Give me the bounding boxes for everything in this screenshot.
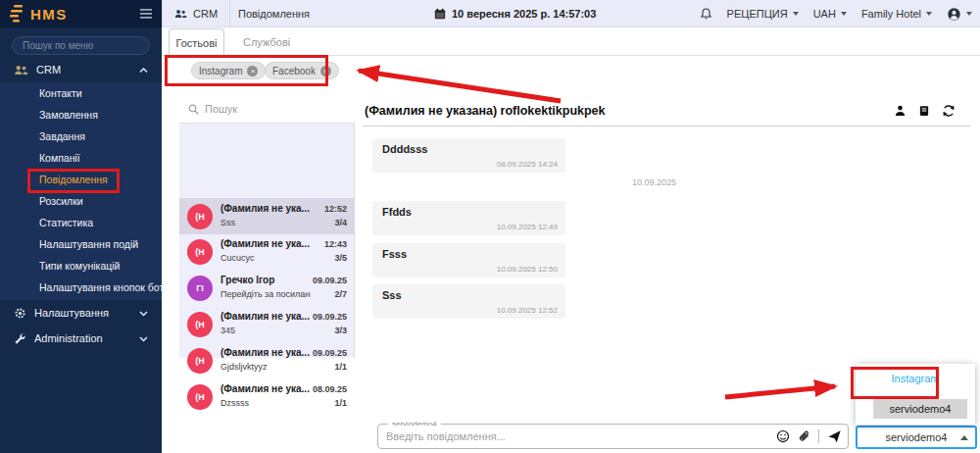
sidebar-section-administration-label: Administration [34, 332, 103, 344]
filter-chip-instagram[interactable]: Instagram × [191, 62, 266, 79]
chat-count: 1/1 [334, 398, 347, 408]
sidebar-item-companies[interactable]: Компанії [0, 147, 162, 169]
chat-list-item[interactable]: (Н (Фамилия не ука... 09.09.25 345 3/3 [179, 306, 355, 342]
chat-title: (Фамилия не ука... [220, 203, 311, 214]
conversation-actions [894, 104, 956, 118]
currency-label: UAH [813, 8, 836, 20]
breadcrumb-page-label: Повідомлення [238, 8, 310, 20]
chevron-down-icon [139, 332, 148, 344]
channel-select[interactable]: serviodemo4 [856, 426, 977, 449]
notifications-bell-icon[interactable] [700, 7, 712, 21]
hms-logo-icon [10, 5, 24, 23]
currency-dropdown[interactable]: UAH [813, 8, 847, 20]
sidebar-section-crm[interactable]: CRM [0, 57, 162, 82]
department-dropdown[interactable]: РЕЦЕПЦИЯ [727, 8, 799, 20]
message-text: Ffdds [382, 206, 412, 218]
sidebar-item-contacts[interactable]: Контакти [0, 82, 162, 104]
tab-service[interactable]: Службові [235, 28, 298, 56]
wrench-icon [14, 332, 26, 345]
remove-chip-icon[interactable]: × [247, 66, 258, 76]
sidebar-header: HMS [0, 0, 162, 27]
sidebar-section-settings-label: Налаштування [34, 307, 109, 319]
chat-list-item[interactable]: (Н (Фамилия не ука... 12:43 Cucucyc 3/5 [179, 233, 355, 270]
main-content: Гостьові Службові Instagram × Facebook ×… [162, 27, 980, 453]
avatar: ГІ [187, 276, 213, 301]
chat-list-item[interactable]: ГІ Гречко Ігор 09.09.25 Перейдіть за пос… [179, 270, 355, 306]
calendar-icon [434, 8, 446, 20]
breadcrumb-page[interactable]: Повідомлення [226, 0, 321, 27]
sidebar-item-event-settings[interactable]: Налаштування подій [0, 233, 162, 255]
dropdown-option-serviodemo4[interactable]: serviodemo4 [873, 399, 967, 419]
refresh-icon[interactable] [942, 104, 956, 118]
chat-last-message: 345 [220, 326, 311, 335]
divider [818, 429, 819, 443]
tab-guest[interactable]: Гостьові [169, 28, 224, 56]
message-bubble: Ffdds 10.09.2025 12:49 [372, 201, 565, 235]
avatar: (Н [187, 239, 213, 265]
caret-down-icon [926, 12, 932, 16]
chat-last-message: Sss [220, 218, 311, 227]
datetime-text: 10 вересня 2025 р. 14:57:03 [452, 8, 596, 20]
sidebar-item-mailings[interactable]: Розсилки [0, 190, 162, 212]
hamburger-menu-icon[interactable] [140, 5, 152, 23]
chat-search-input[interactable] [205, 103, 332, 115]
guest-log-book-icon[interactable] [918, 104, 930, 118]
caret-down-icon [841, 12, 847, 16]
chat-time: 09.09.25 [313, 348, 347, 358]
breadcrumb-app[interactable]: CRM [162, 0, 230, 27]
sidebar-item-messages[interactable]: Повідомлення [0, 169, 162, 190]
gear-icon [14, 307, 26, 320]
chat-last-message: Cucucyc [220, 253, 311, 263]
sidebar-section-administration[interactable]: Administration [0, 326, 162, 351]
filter-chip-facebook[interactable]: Facebook × [265, 62, 339, 79]
department-label: РЕЦЕПЦИЯ [727, 8, 788, 20]
sidebar-section-settings[interactable]: Налаштування [0, 300, 162, 326]
chat-last-message: Перейдіть за посиланням в ... [220, 289, 311, 299]
contact-person-icon[interactable] [894, 104, 906, 118]
user-menu[interactable] [947, 7, 972, 22]
chat-title: (Фамилия не ука... [220, 347, 311, 358]
chat-title: Гречко Ігор [220, 275, 311, 285]
remove-chip-icon[interactable]: × [320, 66, 331, 76]
chat-title: (Фамилия не ука... [220, 311, 311, 322]
sidebar-item-tasks[interactable]: Завдання [0, 126, 162, 147]
message-timestamp: 10.09.2025 12:52 [497, 306, 558, 315]
chat-time: 08.09.25 [313, 384, 347, 394]
property-dropdown[interactable]: Family Hotel [861, 8, 932, 20]
sidebar-section-crm-label: CRM [36, 64, 61, 76]
conversation-title: (Фамилия не указана) roflokektikpukpek [365, 104, 606, 118]
attach-paperclip-icon[interactable] [798, 429, 810, 443]
message-text: Fsss [382, 248, 407, 260]
sidebar: HMS CRM Контакти Замовлення Завдання Ком… [0, 0, 162, 453]
message-input[interactable] [386, 426, 670, 447]
chevron-down-icon [139, 307, 148, 319]
topbar-controls: РЕЦЕПЦИЯ UAH Family Hotel [700, 0, 972, 27]
menu-search-input[interactable] [12, 36, 150, 55]
message-timestamp: 10.09.2025 12:49 [497, 223, 558, 231]
user-circle-icon [947, 7, 961, 22]
sidebar-item-bot-buttons[interactable]: Налаштування кнопок ботів [0, 277, 162, 298]
dropdown-group-instagram[interactable]: Instagram [856, 373, 975, 384]
emoji-icon[interactable] [776, 429, 790, 443]
search-icon [188, 104, 199, 115]
chat-list-item[interactable]: (Н (Фамилия не ука... 08.09.25 Dzssss 1/… [179, 378, 355, 415]
message-bubble: Fsss 10.09.2025 12:50 [372, 243, 565, 277]
chat-last-message: Gjdsljvktyyz [220, 362, 311, 372]
chat-count: 1/1 [334, 362, 347, 372]
chat-time: 09.09.25 [313, 276, 347, 285]
message-text: Ddddsss [382, 143, 427, 155]
filter-chip-label: Facebook [272, 66, 316, 76]
property-label: Family Hotel [861, 8, 921, 20]
chat-list-item[interactable]: (Н (Фамилия не ука... 09.09.25 Gjdsljvkt… [179, 342, 355, 378]
tabs-bar: Гостьові Службові [162, 27, 980, 56]
app-logo[interactable]: HMS [10, 5, 68, 23]
chevron-up-icon [139, 64, 148, 76]
send-icon[interactable] [827, 429, 842, 443]
crm-people-icon [14, 65, 28, 76]
crm-people-icon [174, 9, 187, 19]
sidebar-item-statistics[interactable]: Статистика [0, 212, 162, 233]
message-timestamp: 08.09.2025 14:24 [497, 160, 558, 169]
chat-list-item[interactable]: (Н (Фамилия не ука... 12:52 Sss 3/4 [179, 198, 355, 234]
sidebar-item-orders[interactable]: Замовлення [0, 104, 162, 126]
sidebar-item-communication-types[interactable]: Типи комунікацій [0, 255, 162, 277]
